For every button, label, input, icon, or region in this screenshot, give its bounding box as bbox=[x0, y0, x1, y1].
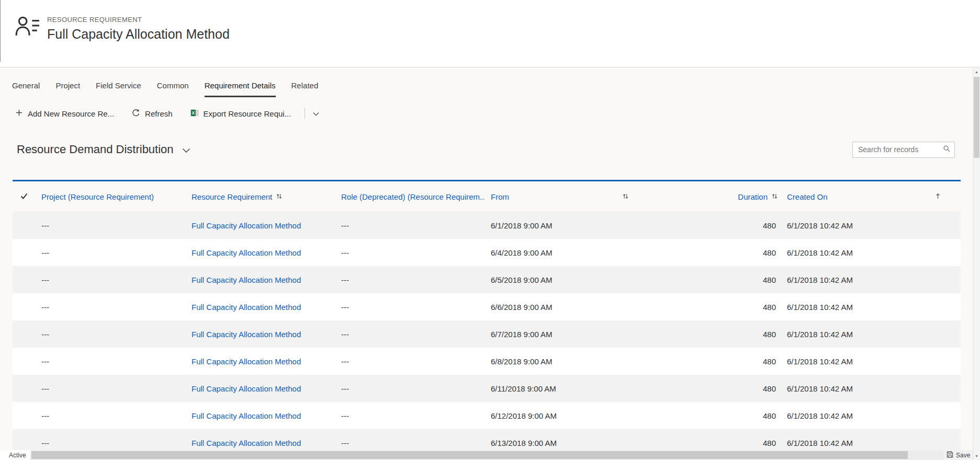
cell-role: --- bbox=[335, 330, 485, 339]
table-row[interactable]: --- Full Capacity Allocation Method --- … bbox=[13, 266, 961, 293]
sort-both-icon bbox=[771, 192, 778, 201]
toolbar-overflow-button[interactable] bbox=[308, 105, 324, 122]
table-row[interactable]: --- Full Capacity Allocation Method --- … bbox=[13, 212, 961, 239]
cell-resource-requirement-link[interactable]: Full Capacity Allocation Method bbox=[186, 411, 335, 420]
tab-project[interactable]: Project bbox=[55, 81, 80, 97]
select-all-checkbox[interactable] bbox=[13, 192, 36, 202]
table-row[interactable]: --- Full Capacity Allocation Method --- … bbox=[13, 320, 961, 348]
cell-from: 6/7/2018 9:00 AM bbox=[485, 330, 635, 339]
cell-duration: 480 bbox=[635, 248, 781, 257]
cell-project: --- bbox=[36, 248, 186, 257]
vertical-scrollbar-thumb[interactable] bbox=[974, 77, 979, 158]
cell-role: --- bbox=[335, 303, 485, 312]
cell-role: --- bbox=[335, 439, 485, 447]
cell-from: 6/5/2018 9:00 AM bbox=[485, 275, 635, 284]
record-header: RESOURCE REQUIREMENT Full Capacity Alloc… bbox=[0, 0, 980, 67]
tab-requirement-details[interactable]: Requirement Details bbox=[205, 81, 276, 97]
horizontal-scrollbar[interactable] bbox=[30, 450, 943, 460]
cell-project: --- bbox=[36, 411, 186, 420]
cell-resource-requirement-link[interactable]: Full Capacity Allocation Method bbox=[186, 248, 335, 257]
column-header-from[interactable]: From bbox=[485, 192, 635, 201]
cell-from: 6/1/2018 9:00 AM bbox=[485, 221, 635, 230]
toolbar-divider bbox=[305, 108, 305, 119]
record-search-box bbox=[852, 142, 955, 158]
cell-from: 6/4/2018 9:00 AM bbox=[485, 248, 635, 257]
cell-role: --- bbox=[335, 275, 485, 284]
subgrid-toolbar: Add New Resource Re... Refresh X Export … bbox=[0, 97, 980, 130]
table-row[interactable]: --- Full Capacity Allocation Method --- … bbox=[13, 348, 961, 375]
vertical-scrollbar[interactable]: ▲ ▼ bbox=[973, 68, 980, 460]
scroll-down-arrow[interactable]: ▼ bbox=[973, 452, 980, 460]
refresh-icon bbox=[132, 109, 140, 119]
cell-resource-requirement-link[interactable]: Full Capacity Allocation Method bbox=[186, 221, 335, 230]
record-title: Full Capacity Allocation Method bbox=[47, 27, 230, 42]
horizontal-scrollbar-thumb[interactable] bbox=[31, 451, 908, 459]
cell-created-on: 6/1/2018 10:42 AM bbox=[781, 357, 961, 366]
column-header-project[interactable]: Project (Resource Requirement) bbox=[36, 192, 186, 201]
column-header-duration[interactable]: Duration bbox=[635, 192, 781, 201]
entity-type-label: RESOURCE REQUIREMENT bbox=[47, 16, 230, 24]
cell-project: --- bbox=[36, 384, 186, 393]
subgrid-title: Resource Demand Distribution bbox=[17, 143, 174, 156]
checkmark-icon bbox=[20, 192, 28, 202]
sort-both-icon bbox=[276, 192, 283, 201]
table-row[interactable]: --- Full Capacity Allocation Method --- … bbox=[13, 429, 961, 450]
save-icon bbox=[947, 451, 953, 459]
column-header-role-deprecated[interactable]: Role (Deprecated) (Resource Requirem... bbox=[335, 192, 485, 201]
refresh-button[interactable]: Refresh bbox=[127, 105, 178, 122]
cell-project: --- bbox=[36, 357, 186, 366]
cell-project: --- bbox=[36, 330, 186, 339]
cell-created-on: 6/1/2018 10:42 AM bbox=[781, 384, 961, 393]
cell-duration: 480 bbox=[635, 330, 781, 339]
record-state-badge: Active bbox=[0, 450, 30, 460]
svg-text:X: X bbox=[192, 110, 195, 116]
save-button[interactable]: Save bbox=[943, 450, 973, 460]
cell-resource-requirement-link[interactable]: Full Capacity Allocation Method bbox=[186, 275, 335, 284]
view-selector-chevron[interactable] bbox=[182, 144, 190, 155]
status-bar: Active Save bbox=[0, 450, 973, 460]
cell-created-on: 6/1/2018 10:42 AM bbox=[781, 275, 961, 284]
search-input[interactable] bbox=[853, 145, 939, 154]
table-row[interactable]: --- Full Capacity Allocation Method --- … bbox=[13, 402, 961, 429]
column-header-created-on[interactable]: Created On bbox=[781, 192, 961, 201]
tab-general[interactable]: General bbox=[12, 81, 40, 97]
resource-demand-grid: Project (Resource Requirement) Resource … bbox=[13, 180, 961, 450]
cell-resource-requirement-link[interactable]: Full Capacity Allocation Method bbox=[186, 330, 335, 339]
tab-common[interactable]: Common bbox=[157, 81, 189, 97]
table-row[interactable]: --- Full Capacity Allocation Method --- … bbox=[13, 239, 961, 266]
excel-icon: X bbox=[190, 109, 199, 119]
cell-project: --- bbox=[36, 275, 186, 284]
cell-from: 6/12/2018 9:00 AM bbox=[485, 411, 635, 420]
tab-field-service[interactable]: Field Service bbox=[96, 81, 141, 97]
cell-role: --- bbox=[335, 221, 485, 230]
grid-header-row: Project (Resource Requirement) Resource … bbox=[13, 181, 961, 212]
add-new-resource-requirement-button[interactable]: Add New Resource Re... bbox=[10, 105, 119, 122]
cell-created-on: 6/1/2018 10:42 AM bbox=[781, 248, 961, 257]
cell-resource-requirement-link[interactable]: Full Capacity Allocation Method bbox=[186, 384, 335, 393]
subgrid-header: Resource Demand Distribution bbox=[0, 130, 980, 166]
cell-duration: 480 bbox=[635, 411, 781, 420]
save-label: Save bbox=[956, 452, 970, 459]
cell-created-on: 6/1/2018 10:42 AM bbox=[781, 221, 961, 230]
add-new-label: Add New Resource Re... bbox=[28, 109, 114, 118]
cell-created-on: 6/1/2018 10:42 AM bbox=[781, 330, 961, 339]
sort-ascending-icon bbox=[935, 192, 941, 201]
cell-resource-requirement-link[interactable]: Full Capacity Allocation Method bbox=[186, 303, 335, 312]
cell-role: --- bbox=[335, 248, 485, 257]
column-header-resource-requirement[interactable]: Resource Requirement bbox=[186, 192, 335, 201]
table-row[interactable]: --- Full Capacity Allocation Method --- … bbox=[13, 293, 961, 320]
scroll-up-arrow[interactable]: ▲ bbox=[973, 68, 980, 76]
cell-duration: 480 bbox=[635, 439, 781, 447]
export-label: Export Resource Requi... bbox=[204, 109, 291, 118]
cell-resource-requirement-link[interactable]: Full Capacity Allocation Method bbox=[186, 357, 335, 366]
table-row[interactable]: --- Full Capacity Allocation Method --- … bbox=[13, 375, 961, 402]
cell-resource-requirement-link[interactable]: Full Capacity Allocation Method bbox=[186, 439, 335, 447]
cell-duration: 480 bbox=[635, 221, 781, 230]
tab-related[interactable]: Related bbox=[291, 81, 319, 97]
search-button[interactable] bbox=[939, 142, 954, 157]
cell-project: --- bbox=[36, 303, 186, 312]
export-to-excel-button[interactable]: X Export Resource Requi... bbox=[185, 105, 297, 122]
resource-requirement-icon bbox=[14, 14, 40, 40]
cell-role: --- bbox=[335, 357, 485, 366]
cell-from: 6/13/2018 9:00 AM bbox=[485, 439, 635, 447]
